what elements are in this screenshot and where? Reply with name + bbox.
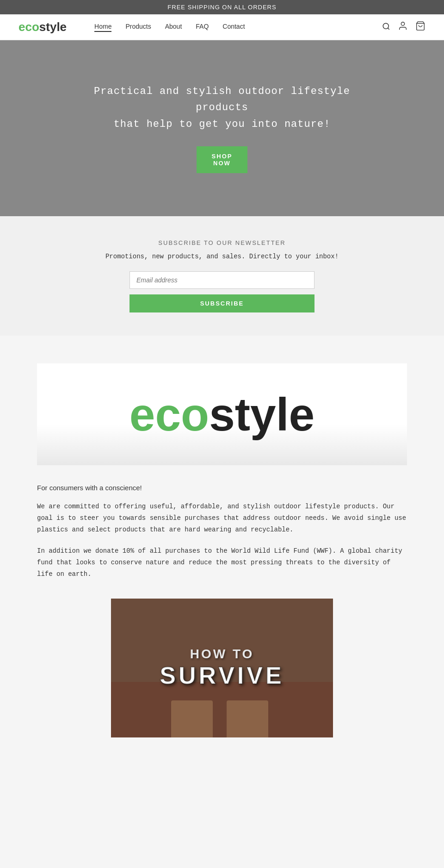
large-logo-eco: eco	[130, 388, 209, 440]
large-logo-style: style	[209, 388, 314, 440]
how-to-text: HOW TO	[160, 647, 284, 662]
about-paragraph-1: We are committed to offering useful, aff…	[37, 501, 407, 536]
large-logo-text: ecostyle	[130, 388, 314, 441]
header: ecostyle Home Products About FAQ Contact	[0, 14, 444, 40]
about-tagline: For consumers with a conscience!	[37, 484, 407, 492]
email-input[interactable]	[130, 271, 314, 289]
nav-products[interactable]: Products	[125, 23, 151, 32]
nav-faq[interactable]: FAQ	[196, 23, 209, 32]
survival-image: HOW TO SURVIVE	[111, 599, 333, 737]
login-icon[interactable]	[398, 21, 408, 33]
hero-headline: Practical and stylish outdoor lifestyle …	[83, 83, 361, 132]
ground-graphic	[111, 682, 333, 737]
nav-home[interactable]: Home	[94, 23, 111, 32]
header-actions	[382, 21, 426, 33]
logo-eco: eco	[18, 20, 39, 34]
search-button[interactable]	[382, 22, 390, 32]
survival-image-section: HOW TO SURVIVE	[37, 599, 407, 756]
shop-now-button[interactable]: SHOP NOW	[197, 146, 247, 173]
survive-text: SURVIVE	[160, 662, 284, 689]
boot-right-graphic	[227, 700, 268, 737]
about-section: ecostyle For consumers with a conscience…	[0, 336, 444, 784]
svg-line-1	[388, 28, 389, 29]
boot-left-graphic	[171, 700, 213, 737]
newsletter-subtext: Promotions, new products, and sales. Dir…	[18, 253, 426, 260]
logo-style: style	[39, 20, 67, 34]
logo[interactable]: ecostyle	[18, 20, 67, 34]
svg-point-2	[401, 22, 404, 25]
top-banner: FREE SHIPPING ON ALL ORDERS	[0, 0, 444, 14]
subscribe-button[interactable]: SUBSCRIBE	[130, 294, 314, 312]
newsletter-form: SUBSCRIBE	[130, 271, 314, 312]
main-nav: Home Products About FAQ Contact	[94, 23, 382, 32]
survival-text: HOW TO SURVIVE	[160, 647, 284, 689]
nav-about[interactable]: About	[165, 23, 182, 32]
newsletter-heading: SUBSCRIBE TO OUR NEWSLETTER	[18, 239, 426, 246]
nav-contact[interactable]: Contact	[222, 23, 245, 32]
svg-point-0	[383, 23, 388, 29]
about-paragraph-2: In addition we donate 10% of all purchas…	[37, 545, 407, 581]
cart-icon[interactable]	[415, 21, 426, 33]
banner-text: FREE SHIPPING ON ALL ORDERS	[167, 4, 276, 11]
newsletter-section: SUBSCRIBE TO OUR NEWSLETTER Promotions, …	[0, 216, 444, 336]
ecostyle-logo-large: ecostyle	[37, 363, 407, 465]
hero-section: Practical and stylish outdoor lifestyle …	[0, 40, 444, 216]
